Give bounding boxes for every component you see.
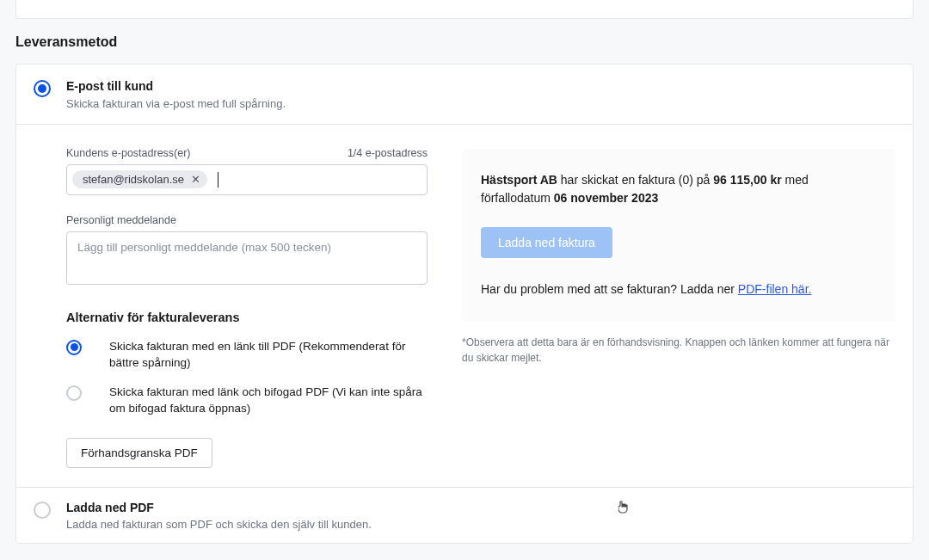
delivery-options-title: Alternativ för fakturaleverans	[66, 311, 428, 324]
cursor-pointer-icon	[618, 500, 631, 518]
email-chip[interactable]: stefan@ridskolan.se ✕	[72, 170, 207, 188]
radio-attached-pdf[interactable]	[66, 385, 82, 401]
remove-chip-icon[interactable]: ✕	[191, 174, 200, 185]
download-invoice-button-preview: Ladda ned faktura	[481, 227, 612, 258]
preview-sender: Hästsport AB	[481, 173, 557, 187]
radio-link-to-pdf[interactable]	[66, 340, 82, 355]
personal-message-label: Personligt meddelande	[66, 214, 428, 226]
delivery-option-link-text: Skicka fakturan med en länk till PDF (Re…	[109, 338, 428, 372]
preview-amount: 96 115,00 kr	[713, 173, 781, 187]
section-title-leveransmetod: Leveransmetod	[15, 34, 914, 50]
option-email-title: E-post till kund	[66, 78, 286, 95]
customer-email-input[interactable]: stefan@ridskolan.se ✕	[66, 164, 428, 195]
personal-message-input[interactable]	[66, 231, 428, 285]
radio-download-pdf[interactable]	[34, 502, 51, 519]
preview-text: Hästsport AB har skickat en faktura (0) …	[481, 171, 878, 208]
email-preview-box: Hästsport AB har skickat en faktura (0) …	[462, 149, 895, 321]
option-download-row[interactable]: Ladda ned PDF Ladda ned fakturan som PDF…	[16, 487, 913, 544]
preview-disclaimer: *Observera att detta bara är en förhands…	[462, 335, 895, 366]
radio-email-to-customer[interactable]	[34, 80, 51, 97]
preview-pdf-button[interactable]: Förhandsgranska PDF	[66, 438, 212, 468]
option-email-subtitle: Skicka fakturan via e-post med full spår…	[66, 97, 286, 110]
previous-card-edge	[15, 0, 914, 19]
delivery-method-card: E-post till kund Skicka fakturan via e-p…	[15, 64, 914, 544]
email-field-label: Kundens e-postadress(er)	[66, 147, 191, 159]
delivery-option-attached[interactable]: Skicka fakturan med länk och bifogad PDF…	[66, 384, 428, 417]
preview-due-date: 06 november 2023	[554, 191, 658, 205]
email-count: 1/4 e-postadress	[348, 147, 428, 159]
option-email-row[interactable]: E-post till kund Skicka fakturan via e-p…	[16, 65, 913, 125]
text-cursor	[218, 172, 218, 188]
delivery-option-attached-text: Skicka fakturan med länk och bifogad PDF…	[109, 384, 428, 417]
option-download-title: Ladda ned PDF	[66, 500, 372, 517]
email-chip-text: stefan@ridskolan.se	[83, 173, 184, 186]
pdf-file-link[interactable]: PDF-filen här.	[738, 282, 812, 296]
option-download-subtitle: Ladda ned fakturan som PDF och skicka de…	[66, 518, 372, 531]
preview-help-text: Har du problem med att se fakturan? Ladd…	[481, 280, 878, 298]
delivery-option-link-only[interactable]: Skicka fakturan med en länk till PDF (Re…	[66, 338, 428, 372]
